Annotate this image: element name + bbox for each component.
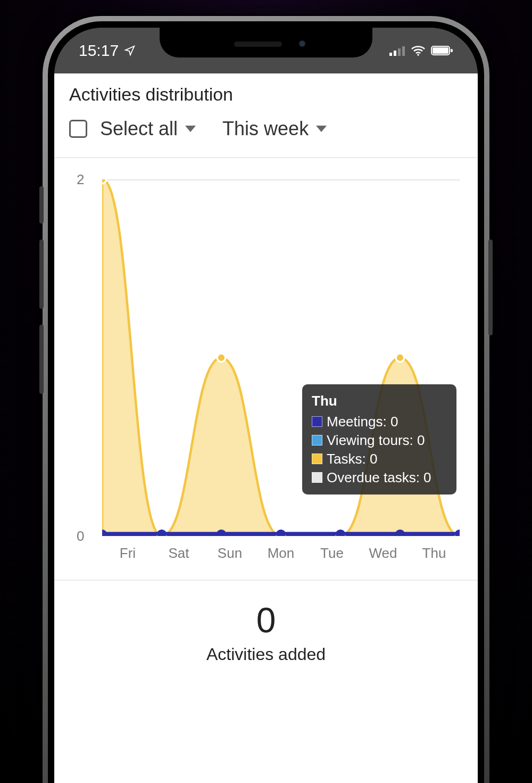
svg-point-19: [396, 353, 404, 362]
tooltip-tasks: Tasks: 0: [327, 450, 377, 468]
chevron-down-icon: [185, 126, 196, 132]
select-all-label: Select all: [100, 118, 178, 140]
volume-down-button: [39, 325, 44, 394]
x-tick: Thu: [409, 545, 460, 562]
battery-icon: [431, 45, 453, 56]
svg-rect-6: [433, 47, 448, 54]
x-tick: Wed: [358, 545, 409, 562]
mute-switch: [39, 186, 44, 224]
x-tick: Sat: [153, 545, 204, 562]
status-time: 15:17: [79, 42, 119, 60]
svg-rect-3: [402, 46, 405, 56]
x-tick: Fri: [102, 545, 153, 562]
select-all-dropdown[interactable]: Select all: [96, 118, 200, 140]
tooltip-overdue: Overdue tasks: 0: [327, 468, 431, 487]
svg-point-18: [336, 530, 345, 536]
y-tick-max: 2: [77, 171, 84, 188]
summary-value: 0: [54, 600, 478, 640]
svg-point-12: [157, 530, 167, 536]
cellular-signal-icon: [389, 45, 405, 56]
x-tick: Tue: [306, 545, 358, 562]
swatch-viewing: [312, 435, 322, 446]
x-axis-ticks: Fri Sat Sun Mon Tue Wed Thu: [102, 545, 460, 562]
date-range-label: This week: [222, 118, 309, 140]
svg-point-4: [417, 54, 419, 56]
svg-rect-7: [451, 49, 453, 52]
svg-point-16: [276, 530, 286, 536]
chart-tooltip: Thu Meetings: 0 Viewing tours: 0 Tasks: …: [302, 384, 456, 494]
select-all-checkbox[interactable]: [69, 120, 87, 138]
tooltip-title: Thu: [312, 392, 447, 410]
page-title: Activities distribution: [54, 73, 478, 118]
chart-container: 2 0 Fri Sat Sun Mon Tue Wed Thu: [54, 158, 478, 580]
summary-block: 0 Activities added: [54, 581, 478, 696]
svg-point-22: [455, 530, 460, 536]
svg-point-13: [217, 353, 226, 362]
power-button: [488, 240, 493, 335]
x-tick: Sun: [204, 545, 255, 562]
phone-frame: 15:17 Acti: [43, 16, 489, 783]
chart-plot-area: 2 0 Fri Sat Sun Mon Tue Wed Thu: [102, 179, 460, 536]
volume-up-button: [39, 240, 44, 309]
filters-row: Select all This week: [54, 118, 478, 157]
svg-point-9: [102, 179, 106, 184]
svg-rect-0: [389, 53, 392, 56]
location-icon: [124, 45, 136, 56]
wifi-icon: [411, 45, 426, 56]
swatch-overdue: [312, 472, 322, 483]
chevron-down-icon: [316, 126, 327, 132]
app-screen: Activities distribution Select all This …: [54, 73, 478, 783]
summary-label: Activities added: [54, 645, 478, 664]
tooltip-viewing: Viewing tours: 0: [327, 431, 425, 450]
x-tick: Mon: [255, 545, 306, 562]
activities-chart[interactable]: 2 0 Fri Sat Sun Mon Tue Wed Thu: [65, 179, 467, 568]
y-tick-min: 0: [77, 528, 84, 545]
svg-rect-2: [398, 48, 401, 56]
swatch-meetings: [312, 416, 322, 427]
phone-notch: [160, 28, 372, 57]
tooltip-meetings: Meetings: 0: [327, 413, 398, 431]
svg-rect-1: [394, 51, 396, 56]
date-range-dropdown[interactable]: This week: [218, 118, 331, 140]
swatch-tasks: [312, 454, 322, 464]
